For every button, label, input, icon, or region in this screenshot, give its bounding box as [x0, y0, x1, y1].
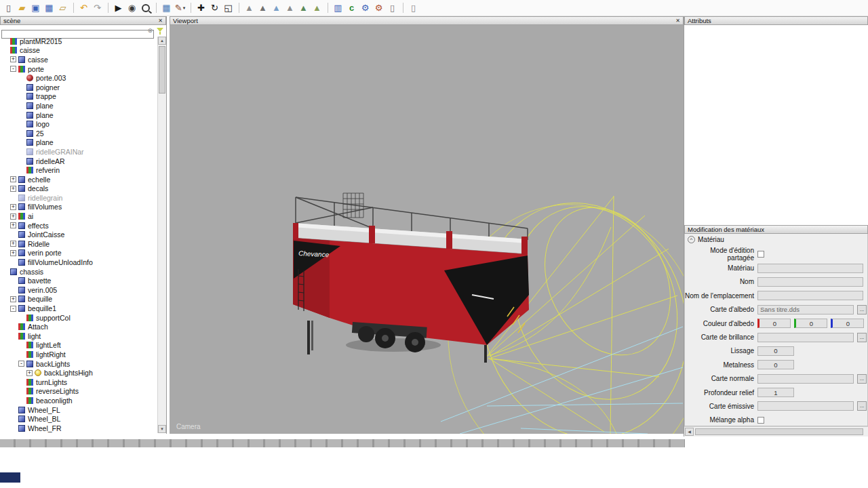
tree-item-refverin[interactable]: refverin	[0, 165, 157, 175]
scrollbar-thumb[interactable]	[159, 46, 165, 94]
terrain-smooth-icon[interactable]: ▲	[256, 1, 269, 14]
tree-item-effects[interactable]: +effects	[0, 221, 157, 230]
tree-item-beaconligth[interactable]: beaconligth	[0, 396, 157, 405]
tree-item-Wheel_BL[interactable]: Wheel_BL	[0, 414, 157, 424]
close-icon[interactable]: ✕	[675, 18, 680, 24]
tree-item-ridelleAR[interactable]: ridelleAR	[0, 157, 157, 166]
tree-item-JointCaisse[interactable]: JointCaisse	[0, 230, 157, 239]
terrain-sculpt-icon[interactable]: ▲	[243, 1, 256, 14]
material-section-header[interactable]: ^ Matériau	[685, 234, 867, 245]
terrain-flatten-icon[interactable]: ▲	[283, 1, 296, 14]
scroll-left-icon[interactable]: ◀	[685, 428, 694, 436]
expand-toggle-icon[interactable]: +	[10, 241, 16, 247]
tree-item-trappe[interactable]: trappe	[0, 92, 157, 102]
tree-item-bequille[interactable]: +bequille	[0, 295, 157, 304]
shared-edit-checkbox[interactable]	[757, 251, 764, 258]
smoothness-field[interactable]: 0	[757, 346, 794, 356]
plugins-icon[interactable]: ⚙	[372, 1, 385, 14]
tree-item-verin porte[interactable]: +verin porte	[0, 249, 157, 258]
tree-item-Ridelle[interactable]: +Ridelle	[0, 239, 157, 249]
scrollbar-thumb[interactable]	[695, 428, 863, 435]
tree-item-caisse[interactable]: +caisse	[0, 55, 157, 64]
slot-name-field[interactable]	[757, 291, 863, 300]
paint-tool-icon[interactable]: ✎▾	[174, 1, 186, 14]
visibility-icon[interactable]: ◉	[125, 1, 138, 14]
save-all-icon[interactable]: ▦	[43, 1, 56, 14]
tree-item-Wheel_FL[interactable]: Wheel_FL	[0, 405, 157, 415]
tree-item-caisse[interactable]: caisse	[0, 46, 157, 56]
info-layer-icon[interactable]: ▥	[332, 1, 344, 14]
redo-icon[interactable]: ↷	[91, 1, 104, 14]
expand-toggle-icon[interactable]: +	[10, 296, 16, 302]
filter-funnel-icon[interactable]	[155, 26, 165, 36]
close-icon[interactable]: ✕	[158, 18, 163, 24]
tree-item-fillVolumeUnloadInfo[interactable]: fillVolumeUnloadInfo	[0, 258, 157, 267]
browse-button[interactable]: ...	[857, 374, 867, 384]
undo-icon[interactable]: ↶	[77, 1, 90, 14]
tree-item-ai[interactable]: +ai	[0, 211, 157, 221]
tree-item-plane[interactable]: plane	[0, 101, 157, 110]
browse-button[interactable]: ...	[857, 305, 867, 314]
material-hscrollbar[interactable]: ◀	[684, 426, 868, 436]
expand-toggle-icon[interactable]: +	[10, 186, 16, 192]
new-file-icon[interactable]: ▯	[2, 1, 15, 14]
expand-toggle-icon[interactable]: -	[10, 66, 16, 72]
tree-item-supportCol[interactable]: supportCol	[0, 313, 157, 323]
tree-item-reverseLights[interactable]: reverseLights	[0, 387, 157, 396]
browse-button[interactable]: ...	[857, 333, 867, 342]
tree-item-porte.003[interactable]: porte.003	[0, 73, 157, 83]
open-folder-icon[interactable]: ▰	[16, 1, 28, 14]
metalness-field[interactable]: 0	[757, 360, 794, 369]
notes-icon[interactable]: ▯	[407, 1, 420, 14]
scroll-down-icon[interactable]: ▼	[158, 425, 166, 433]
rotate-tool-icon[interactable]: ↻	[208, 1, 221, 14]
tree-item-verin.005[interactable]: verin.005	[0, 285, 157, 295]
scroll-up-icon[interactable]: ▲	[158, 37, 166, 45]
normal-map-field[interactable]	[757, 374, 854, 384]
color-component-field[interactable]: 0	[794, 319, 827, 328]
tree-item-plantMR2015[interactable]: plantMR2015	[0, 37, 157, 46]
emissive-map-field[interactable]	[757, 401, 854, 411]
terrain-paint-icon[interactable]: ▲	[297, 1, 310, 14]
tree-item-turnLights[interactable]: turnLights	[0, 378, 157, 387]
scale-tool-icon[interactable]: ◱	[222, 1, 235, 14]
render-settings-icon[interactable]: ⚙	[359, 1, 372, 14]
tree-item-backLightsHigh[interactable]: +backLightsHigh	[0, 368, 157, 378]
tree-item-plane[interactable]: plane	[0, 110, 157, 120]
expand-toggle-icon[interactable]: -	[10, 306, 16, 312]
tree-item-porte[interactable]: -porte	[0, 64, 157, 74]
tree-item-Wheel_FR[interactable]: Wheel_FR	[0, 424, 157, 433]
tree-item-ridellegrain[interactable]: ridellegrain	[0, 193, 157, 203]
alpha-blend-checkbox[interactable]	[757, 417, 764, 424]
tree-item-logo[interactable]: logo	[0, 119, 157, 129]
expand-toggle-icon[interactable]: +	[10, 222, 16, 228]
import-icon[interactable]: ▱	[56, 1, 69, 14]
tree-item-bavette[interactable]: bavette	[0, 276, 157, 285]
script-console-icon[interactable]: c	[345, 1, 358, 14]
albedo-map-field[interactable]: Sans titre.dds	[757, 305, 854, 314]
tree-item-plane[interactable]: plane	[0, 138, 157, 148]
browse-button[interactable]: ...	[857, 401, 867, 411]
tree-item-fillVolumes[interactable]: +fillVolumes	[0, 203, 157, 212]
tree-item-lightRight[interactable]: lightRight	[0, 350, 157, 359]
terrain-slope-icon[interactable]: ▲	[270, 1, 283, 14]
tree-item-lightLeft[interactable]: lightLeft	[0, 341, 157, 350]
tree-item-backLights[interactable]: -backLights	[0, 359, 157, 369]
color-component-field[interactable]: 0	[757, 319, 791, 328]
move-tool-icon[interactable]: ✚	[195, 1, 208, 14]
name-field[interactable]	[757, 277, 863, 287]
parallax-depth-field[interactable]: 1	[757, 388, 794, 397]
clear-search-icon[interactable]: ⊗	[147, 26, 153, 35]
tree-item-Attach[interactable]: Attach	[0, 322, 157, 331]
tree-scrollbar[interactable]: ▲ ▼	[157, 37, 166, 433]
tree-item-ridelleGRAINar[interactable]: ridelleGRAINar	[0, 147, 157, 157]
terrain-foliage-icon[interactable]: ▲	[311, 1, 323, 14]
viewport-3d-view[interactable]: Chevance	[170, 25, 684, 434]
tree-item-light[interactable]: light	[0, 331, 157, 341]
expand-toggle-icon[interactable]: +	[10, 176, 16, 182]
expand-toggle-icon[interactable]: +	[10, 56, 16, 62]
expand-toggle-icon[interactable]: -	[18, 361, 24, 367]
tree-item-bequille1[interactable]: -bequille1	[0, 304, 157, 313]
expand-toggle-icon[interactable]: +	[10, 204, 16, 210]
package-icon[interactable]: ▯	[386, 1, 399, 14]
